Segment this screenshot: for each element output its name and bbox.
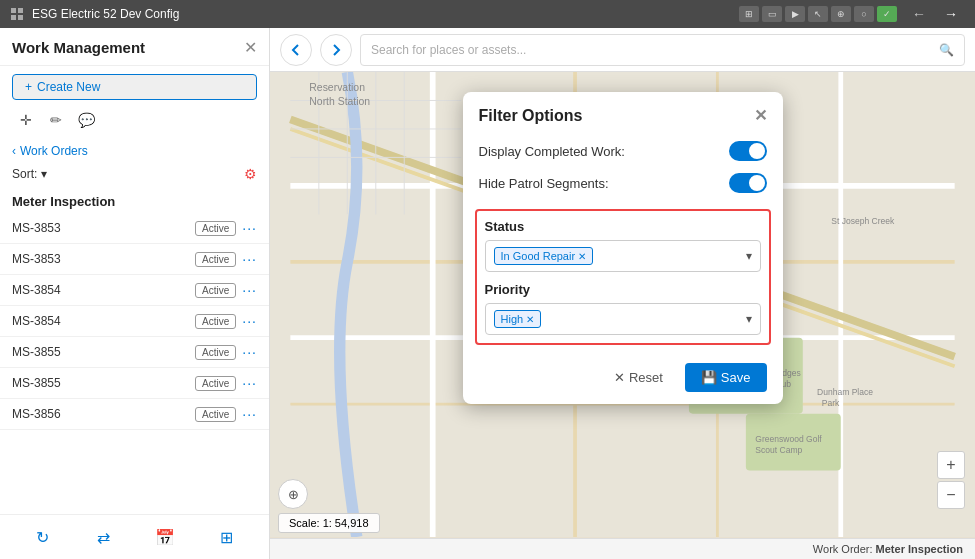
tb-monitor[interactable]: ▭ (762, 6, 782, 22)
sort-control[interactable]: Sort: ▾ (12, 167, 47, 181)
map-back-button[interactable] (280, 34, 312, 66)
work-item-id: MS-3853 (12, 221, 61, 235)
move-icon[interactable]: ✛ (12, 106, 40, 134)
section-title: Meter Inspection (0, 188, 269, 213)
work-item-right: Active ··· (195, 251, 257, 267)
create-new-button[interactable]: + Create New (12, 74, 257, 100)
tb-grid[interactable]: ⊞ (739, 6, 759, 22)
work-item: MS-3854 Active ··· (0, 275, 269, 306)
more-button[interactable]: ··· (242, 344, 257, 360)
sync-icon[interactable]: ⇄ (90, 523, 118, 551)
work-item-id: MS-3854 (12, 314, 61, 328)
bottom-toolbar: ↻ ⇄ 📅 ⊞ (0, 514, 269, 559)
filter-icon[interactable]: ⚙ (244, 166, 257, 182)
svg-rect-1 (18, 8, 23, 13)
toggle-thumb (749, 143, 765, 159)
status-tag-in-good-repair: In Good Repair ✕ (494, 247, 594, 265)
pencil-icon[interactable]: ✏ (42, 106, 70, 134)
status-badge: Active (195, 252, 236, 267)
work-item-right: Active ··· (195, 344, 257, 360)
modal-close-button[interactable]: ✕ (754, 106, 767, 125)
priority-dropdown-arrow: ▾ (746, 312, 752, 326)
toolbar: ⊞ ▭ ▶ ↖ ⊕ ○ ✓ (739, 6, 897, 22)
display-completed-toggle[interactable] (729, 141, 767, 161)
work-item-right: Active ··· (195, 220, 257, 236)
sort-chevron-icon: ▾ (41, 167, 47, 181)
left-panel: Work Management ✕ + Create New ✛ ✏ 💬 ‹ W… (0, 28, 270, 559)
tb-cursor[interactable]: ↖ (808, 6, 828, 22)
status-dropdown[interactable]: In Good Repair ✕ ▾ (485, 240, 761, 272)
display-completed-row: Display Completed Work: (463, 135, 783, 167)
modal-overlay: Filter Options ✕ Display Completed Work:… (270, 72, 975, 559)
tb-video[interactable]: ▶ (785, 6, 805, 22)
tb-circle[interactable]: ○ (854, 6, 874, 22)
more-button[interactable]: ··· (242, 282, 257, 298)
work-item-right: Active ··· (195, 313, 257, 329)
status-dropdown-arrow: ▾ (746, 249, 752, 263)
toggle-thumb-2 (749, 175, 765, 191)
filter-modal: Filter Options ✕ Display Completed Work:… (463, 92, 783, 404)
more-button[interactable]: ··· (242, 220, 257, 236)
refresh-icon[interactable]: ↻ (29, 523, 57, 551)
status-badge: Active (195, 376, 236, 391)
status-tags: In Good Repair ✕ (494, 247, 594, 265)
status-tag-remove[interactable]: ✕ (578, 251, 586, 262)
create-new-label: Create New (37, 80, 100, 94)
svg-rect-2 (11, 15, 16, 20)
reset-button[interactable]: ✕ Reset (602, 364, 675, 391)
status-badge: Active (195, 345, 236, 360)
hide-patrol-label: Hide Patrol Segments: (479, 176, 609, 191)
priority-filter-title: Priority (485, 282, 761, 297)
app-icon (10, 7, 24, 21)
tb-pointer[interactable]: ⊕ (831, 6, 851, 22)
work-item-id: MS-3853 (12, 252, 61, 266)
save-label: Save (721, 370, 751, 385)
sort-row: Sort: ▾ ⚙ (0, 162, 269, 188)
work-item: MS-3853 Active ··· (0, 213, 269, 244)
table-icon[interactable]: ⊞ (212, 523, 240, 551)
work-item: MS-3853 Active ··· (0, 244, 269, 275)
priority-dropdown[interactable]: High ✕ ▾ (485, 303, 761, 335)
status-badge: Active (195, 314, 236, 329)
map-forward-button[interactable] (320, 34, 352, 66)
hide-patrol-toggle[interactable] (729, 173, 767, 193)
map-search-box[interactable]: Search for places or assets... 🔍 (360, 34, 965, 66)
status-filter-title: Status (485, 219, 761, 234)
priority-tags: High ✕ (494, 310, 542, 328)
breadcrumb-label: Work Orders (20, 144, 88, 158)
close-button[interactable]: ✕ (244, 38, 257, 57)
svg-rect-0 (11, 8, 16, 13)
more-button[interactable]: ··· (242, 406, 257, 422)
title-bar: ESG Electric 52 Dev Config ⊞ ▭ ▶ ↖ ⊕ ○ ✓… (0, 0, 975, 28)
sort-label-text: Sort: (12, 167, 37, 181)
status-badge: Active (195, 221, 236, 236)
more-button[interactable]: ··· (242, 313, 257, 329)
calendar-icon[interactable]: 📅 (151, 523, 179, 551)
breadcrumb[interactable]: ‹ Work Orders (0, 140, 269, 162)
work-item-id: MS-3854 (12, 283, 61, 297)
work-item: MS-3855 Active ··· (0, 337, 269, 368)
tb-check[interactable]: ✓ (877, 6, 897, 22)
save-button[interactable]: 💾 Save (685, 363, 767, 392)
more-button[interactable]: ··· (242, 375, 257, 391)
speech-icon[interactable]: 💬 (72, 106, 100, 134)
priority-tag-remove[interactable]: ✕ (526, 314, 534, 325)
modal-title: Filter Options (479, 107, 583, 125)
status-tag-label: In Good Repair (501, 250, 576, 262)
panel-title: Work Management (12, 39, 145, 56)
back-arrow[interactable]: ← (905, 0, 933, 28)
work-item-id: MS-3856 (12, 407, 61, 421)
modal-header: Filter Options ✕ (463, 92, 783, 135)
app-title: ESG Electric 52 Dev Config (32, 7, 731, 21)
work-list: MS-3853 Active ··· MS-3853 Active ··· MS… (0, 213, 269, 514)
work-item-right: Active ··· (195, 406, 257, 422)
nav-arrows: ← → (905, 0, 965, 28)
work-item: MS-3855 Active ··· (0, 368, 269, 399)
forward-arrow[interactable]: → (937, 0, 965, 28)
priority-tag-high: High ✕ (494, 310, 542, 328)
search-placeholder: Search for places or assets... (371, 43, 526, 57)
more-button[interactable]: ··· (242, 251, 257, 267)
status-badge: Active (195, 407, 236, 422)
work-item-id: MS-3855 (12, 376, 61, 390)
work-item-right: Active ··· (195, 375, 257, 391)
